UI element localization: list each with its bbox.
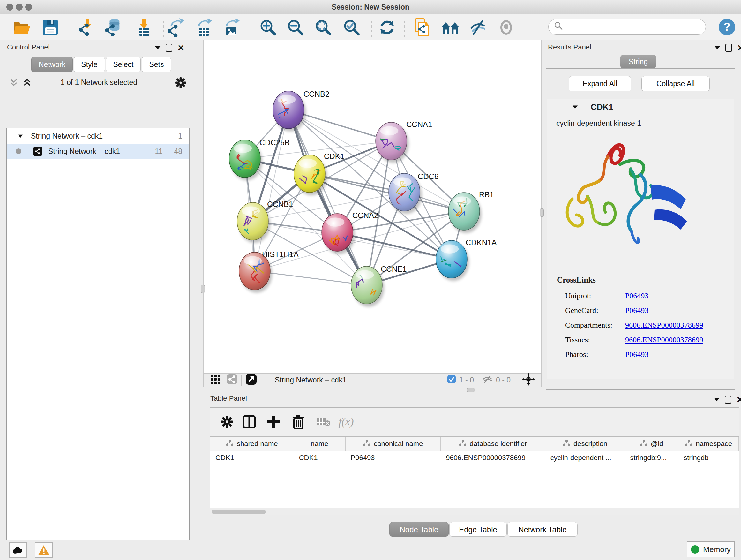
table-cell[interactable]: CDK1 xyxy=(210,451,294,465)
import-network-icon[interactable] xyxy=(77,18,95,37)
import-network-from-database-icon[interactable] xyxy=(104,18,123,37)
scrollbar-thumb[interactable] xyxy=(212,509,266,514)
tab-string[interactable]: String xyxy=(620,55,656,68)
node-CDKN1A[interactable]: CDKN1A xyxy=(434,238,497,281)
export-network-icon[interactable] xyxy=(166,18,185,37)
table-panel-close-icon[interactable]: ✕ xyxy=(737,396,741,403)
collection-count: 1 xyxy=(178,132,189,140)
save-session-icon[interactable] xyxy=(41,18,60,37)
network-row[interactable]: String Network – cdk1 11 48 xyxy=(7,144,189,159)
cloud-status-button[interactable] xyxy=(9,543,27,558)
network-collection-row[interactable]: String Network – cdk1 1 xyxy=(7,128,189,144)
tab-select[interactable]: Select xyxy=(106,57,141,72)
zoom-selected-icon[interactable] xyxy=(342,18,361,37)
column-header-name[interactable]: name xyxy=(294,437,346,451)
column-header-canonical-name[interactable]: canonical name xyxy=(346,437,441,451)
first-neighbors-icon[interactable] xyxy=(441,18,460,37)
tab-network[interactable]: Network xyxy=(31,57,73,72)
zoom-fit-icon[interactable] xyxy=(314,18,333,37)
show-all-icon[interactable] xyxy=(497,18,515,37)
node-RB1[interactable]: RB1 xyxy=(448,188,494,233)
export-image-icon[interactable] xyxy=(222,18,240,37)
table-panel: Table Panel ✕ f(x) shared namenamecanoni… xyxy=(203,392,741,537)
import-table-icon[interactable] xyxy=(133,18,151,37)
delete-column-icon[interactable] xyxy=(289,412,308,431)
node-CDC6[interactable]: CDC6 xyxy=(389,172,439,214)
string-network-icon xyxy=(33,146,43,156)
network-options-gear-icon[interactable] xyxy=(175,77,186,90)
node-CDK1[interactable]: CDK1 xyxy=(294,152,344,195)
zoom-in-icon[interactable] xyxy=(259,18,277,37)
hide-selected-icon[interactable] xyxy=(469,18,488,37)
entry-expander-icon[interactable] xyxy=(572,106,578,109)
birdseye-view-icon[interactable] xyxy=(246,374,257,387)
crosslink-value-link[interactable]: 9606.ENSP00000378699 xyxy=(625,321,703,329)
tab-network-table[interactable]: Network Table xyxy=(508,522,578,537)
node-CCNA1[interactable]: CCNA1 xyxy=(376,120,432,163)
share-network-icon[interactable] xyxy=(226,374,238,387)
collapse-all-networks-icon[interactable] xyxy=(9,78,18,90)
table-cell[interactable]: 9606.ENSP00000378699 xyxy=(441,451,545,465)
crosslink-value-link[interactable]: P06493 xyxy=(625,306,649,315)
crosslink-value-link[interactable]: 9606.ENSP00000378699 xyxy=(625,335,703,344)
memory-button[interactable]: Memory xyxy=(687,542,735,557)
entry-header-row[interactable]: CDK1 xyxy=(547,99,734,115)
network-canvas[interactable]: CCNB2 CCNA1 CDC25B CDK1 CDC6 R xyxy=(203,40,542,373)
node-CCNB2[interactable]: CCNB2 xyxy=(273,83,329,132)
results-panel-collapse-icon[interactable] xyxy=(715,46,720,50)
control-panel-collapse-icon[interactable] xyxy=(155,46,160,50)
column-header-description[interactable]: description xyxy=(545,437,625,451)
collection-expander-icon[interactable] xyxy=(18,134,23,137)
table-cell[interactable]: stringdb xyxy=(678,451,739,465)
warnings-button[interactable] xyxy=(35,543,53,558)
left-splitter-handle[interactable] xyxy=(201,285,205,293)
tab-edge-table[interactable]: Edge Table xyxy=(449,522,507,537)
expand-all-networks-icon[interactable] xyxy=(22,78,32,90)
control-panel-close-icon[interactable]: ✕ xyxy=(178,45,185,51)
results-panel-float-icon[interactable] xyxy=(725,44,732,52)
node-HIST1H1A[interactable]: HIST1H1A xyxy=(239,250,299,293)
search-input[interactable] xyxy=(548,19,706,35)
column-header--id[interactable]: @id xyxy=(625,437,678,451)
tab-style[interactable]: Style xyxy=(74,57,105,72)
table-cell[interactable]: CDK1 xyxy=(294,451,346,465)
results-panel-close-icon[interactable]: ✕ xyxy=(737,45,741,51)
hidden-items-icon[interactable] xyxy=(482,374,493,386)
column-header-database-identifier[interactable]: database identifier xyxy=(441,437,545,451)
column-header-shared-name[interactable]: shared name xyxy=(210,437,294,451)
tab-sets[interactable]: Sets xyxy=(142,57,171,72)
bottom-splitter-handle[interactable] xyxy=(467,388,475,392)
right-splitter-handle[interactable] xyxy=(540,208,544,217)
protein-structure-image xyxy=(557,134,694,271)
crosslink-value-link[interactable]: P06493 xyxy=(625,292,649,300)
table-cell[interactable]: cyclin-dependent ... xyxy=(545,451,625,465)
table-cell[interactable]: P06493 xyxy=(346,451,441,465)
string-network-graph[interactable]: CCNB2 CCNA1 CDC25B CDK1 CDC6 R xyxy=(204,40,541,373)
column-visibility-icon[interactable] xyxy=(240,412,259,431)
open-session-icon[interactable] xyxy=(12,18,31,37)
collapse-all-button[interactable]: Collapse All xyxy=(642,76,710,91)
grid-mode-icon[interactable] xyxy=(210,374,221,387)
add-column-icon[interactable] xyxy=(264,412,283,431)
control-panel-float-icon[interactable] xyxy=(165,44,172,52)
column-header-namespace[interactable]: namespace xyxy=(678,437,739,451)
fit-content-crosshair-icon[interactable] xyxy=(522,373,535,388)
expand-all-button[interactable]: Expand All xyxy=(569,76,631,91)
table-panel-float-icon[interactable] xyxy=(725,395,731,403)
table-horizontal-scrollbar[interactable] xyxy=(210,508,739,515)
table-panel-collapse-icon[interactable] xyxy=(714,398,720,401)
tab-node-table[interactable]: Node Table xyxy=(389,522,449,537)
export-table-icon[interactable] xyxy=(194,18,212,37)
node-CCNB1[interactable]: CCNB1 xyxy=(237,200,293,250)
table-row[interactable]: CDK1CDK1P064939606.ENSP00000378699cyclin… xyxy=(210,451,739,465)
selected-checkbox-icon[interactable] xyxy=(447,375,456,386)
node-CCNA2[interactable]: CCNA2 xyxy=(322,211,378,254)
table-cell[interactable]: stringdb:9... xyxy=(625,451,678,465)
table-settings-icon[interactable] xyxy=(217,412,237,431)
zoom-out-icon[interactable] xyxy=(286,18,305,37)
network-label: String Network – cdk1 xyxy=(48,147,120,156)
crosslink-value-link[interactable]: P06493 xyxy=(625,350,649,359)
refresh-icon[interactable] xyxy=(378,18,396,37)
clone-network-icon[interactable] xyxy=(413,18,431,37)
help-button[interactable]: ? xyxy=(718,18,736,38)
